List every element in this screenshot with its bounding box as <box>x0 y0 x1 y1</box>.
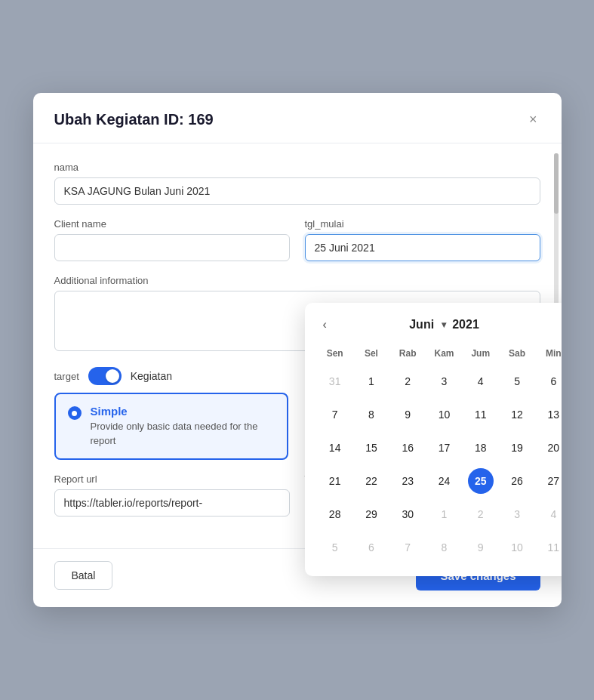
calendar-day[interactable]: 22 <box>359 468 384 494</box>
calendar-day[interactable]: 21 <box>322 468 348 494</box>
calendar-next-button[interactable]: › <box>556 315 561 335</box>
calendar-day[interactable]: 6 <box>359 535 384 560</box>
calendar-day[interactable]: 25 <box>468 468 494 494</box>
calendar-day[interactable]: 27 <box>540 468 561 494</box>
calendar-day[interactable]: 17 <box>431 435 457 461</box>
calendar-day-cell: 5 <box>499 365 535 398</box>
cancel-button[interactable]: Batal <box>54 561 113 590</box>
calendar-grid: SenSelRabKamJumSabMin 311234567891011121… <box>317 345 562 564</box>
calendar-day[interactable]: 10 <box>431 402 457 427</box>
calendar-week-row: 14151617181920 <box>317 431 562 464</box>
calendar-year: 2021 <box>452 318 479 331</box>
two-col-row: Client name tgl_mulai <box>54 218 540 275</box>
calendar-day-header: Kam <box>426 345 462 365</box>
calendar-day[interactable]: 7 <box>395 535 420 560</box>
calendar-day[interactable]: 18 <box>468 435 494 461</box>
month-select[interactable]: Juni <box>409 318 446 331</box>
calendar-day-cell: 3 <box>499 498 535 531</box>
calendar-day[interactable]: 1 <box>359 369 384 394</box>
report-url-input[interactable] <box>54 489 290 517</box>
modal-header: Ubah Kegiatan ID: 169 × <box>33 93 562 143</box>
calendar-day-cell: 24 <box>426 464 462 498</box>
calendar-day[interactable]: 4 <box>468 369 494 394</box>
calendar-day[interactable]: 8 <box>431 535 457 560</box>
close-button[interactable]: × <box>526 109 540 129</box>
calendar-day[interactable]: 20 <box>540 435 561 461</box>
calendar-day[interactable]: 2 <box>395 369 420 394</box>
calendar-day[interactable]: 3 <box>504 501 530 527</box>
client-name-input[interactable] <box>54 234 290 261</box>
nama-group: nama <box>54 162 540 205</box>
calendar-day-cell: 12 <box>499 398 535 431</box>
kegiatan-label: Kegiatan <box>131 370 172 382</box>
calendar-day-cell: 10 <box>499 531 535 564</box>
calendar-day[interactable]: 9 <box>468 535 494 560</box>
calendar-day-cell: 25 <box>463 464 499 498</box>
calendar-day-cell: 6 <box>353 531 389 564</box>
calendar-day-header: Sen <box>317 345 353 365</box>
option-title: Simple <box>91 405 275 418</box>
tgl-mulai-group: tgl_mulai <box>305 218 540 261</box>
calendar-day[interactable]: 12 <box>504 402 530 427</box>
calendar-day[interactable]: 19 <box>504 435 530 461</box>
calendar-day[interactable]: 15 <box>359 435 384 461</box>
calendar-day[interactable]: 5 <box>322 535 348 560</box>
calendar-day-cell: 11 <box>535 531 561 564</box>
calendar-day-cell: 10 <box>426 398 462 431</box>
calendar-day[interactable]: 24 <box>431 468 457 494</box>
calendar-day[interactable]: 2 <box>468 501 494 527</box>
calendar-day-cell: 8 <box>353 398 389 431</box>
calendar-prev-button[interactable]: ‹ <box>317 315 333 335</box>
calendar-day[interactable]: 7 <box>322 402 348 427</box>
calendar-day-cell: 2 <box>389 365 426 398</box>
simple-option-card[interactable]: Simple Provide only basic data needed fo… <box>54 393 288 459</box>
calendar-day-cell: 27 <box>535 464 561 498</box>
calendar-day-cell: 1 <box>426 498 462 531</box>
calendar-day-cell: 14 <box>317 431 353 464</box>
calendar-day-cell: 17 <box>426 431 462 464</box>
calendar-day[interactable]: 13 <box>540 402 561 427</box>
target-toggle[interactable] <box>88 367 122 385</box>
calendar-day[interactable]: 9 <box>395 402 420 427</box>
nama-label: nama <box>54 162 540 173</box>
nama-input[interactable] <box>54 177 540 205</box>
calendar-day[interactable]: 3 <box>431 369 457 394</box>
radio-button[interactable] <box>68 406 82 420</box>
calendar-body: 3112345678910111213141516171819202122232… <box>317 365 562 564</box>
calendar-day-cell: 3 <box>426 365 462 398</box>
calendar-day[interactable]: 4 <box>540 501 561 527</box>
calendar-day[interactable]: 11 <box>468 402 494 427</box>
calendar-header: ‹ Juni 2021 › <box>317 315 562 335</box>
calendar-day-cell: 29 <box>353 498 389 531</box>
calendar-day-cell: 19 <box>499 431 535 464</box>
toggle-knob <box>106 369 119 383</box>
calendar-day-cell: 11 <box>463 398 499 431</box>
tgl-mulai-input[interactable] <box>305 234 540 261</box>
calendar-day[interactable]: 1 <box>431 501 457 527</box>
calendar-day-cell: 5 <box>317 531 353 564</box>
scrollbar-thumb[interactable] <box>554 153 559 214</box>
radio-dot-inner <box>72 411 77 416</box>
calendar-day-cell: 22 <box>353 464 389 498</box>
calendar-day[interactable]: 23 <box>395 468 420 494</box>
calendar-day-cell: 7 <box>317 398 353 431</box>
calendar-day[interactable]: 10 <box>504 535 530 560</box>
client-name-label: Client name <box>54 218 290 230</box>
calendar-day[interactable]: 26 <box>504 468 530 494</box>
calendar-day[interactable]: 28 <box>322 501 348 527</box>
calendar-day[interactable]: 8 <box>359 402 384 427</box>
calendar-day-cell: 9 <box>389 398 426 431</box>
calendar-day-cell: 15 <box>353 431 389 464</box>
calendar-day[interactable]: 6 <box>540 369 561 394</box>
calendar-day[interactable]: 11 <box>540 535 561 560</box>
calendar-day[interactable]: 31 <box>322 369 348 394</box>
calendar-day[interactable]: 29 <box>359 501 384 527</box>
calendar-day[interactable]: 14 <box>322 435 348 461</box>
calendar-day-cell: 26 <box>499 464 535 498</box>
calendar-header-row: SenSelRabKamJumSabMin <box>317 345 562 365</box>
additional-info-label: Additional information <box>54 275 540 286</box>
calendar-day[interactable]: 16 <box>395 435 420 461</box>
calendar-day[interactable]: 5 <box>504 369 530 394</box>
calendar-day[interactable]: 30 <box>395 501 420 527</box>
calendar-day-cell: 7 <box>389 531 426 564</box>
